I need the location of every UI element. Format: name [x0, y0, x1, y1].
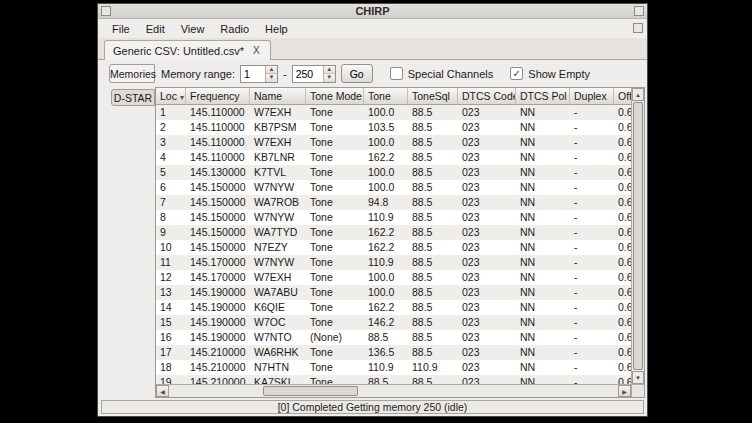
cell-tone-mode[interactable]: Tone [306, 375, 364, 384]
vertical-scroll-track[interactable] [632, 101, 644, 371]
cell-duplex[interactable]: - [570, 180, 614, 195]
cell-loc[interactable]: 1 [156, 105, 186, 120]
cell-name[interactable]: W7EXH [250, 135, 306, 150]
cell-offset[interactable]: 0.60 [614, 180, 631, 195]
cell-loc[interactable]: 12 [156, 270, 186, 285]
cell-frequency[interactable]: 145.170000 [186, 255, 250, 270]
cell-dtcs-code[interactable]: 023 [458, 360, 516, 375]
table-row[interactable]: 9 145.150000 WA7TYD Tone 162.2 88.5 023 … [156, 225, 631, 240]
cell-tonesql[interactable]: 110.9 [408, 360, 458, 375]
cell-dtcs-code[interactable]: 023 [458, 300, 516, 315]
cell-name[interactable]: K6QIE [250, 300, 306, 315]
cell-dtcs-code[interactable]: 023 [458, 180, 516, 195]
col-header-dtcs-pol[interactable]: DTCS Pol [516, 88, 570, 105]
menu-item[interactable]: Help [257, 21, 296, 37]
cell-tone-mode[interactable]: Tone [306, 240, 364, 255]
cell-tone[interactable]: 110.9 [364, 210, 408, 225]
cell-duplex[interactable]: - [570, 315, 614, 330]
cell-loc[interactable]: 2 [156, 120, 186, 135]
table-row[interactable]: 5 145.130000 K7TVL Tone 100.0 88.5 023 N… [156, 165, 631, 180]
cell-duplex[interactable]: - [570, 150, 614, 165]
cell-frequency[interactable]: 145.150000 [186, 195, 250, 210]
horizontal-scrollbar[interactable]: ◀ ▶ [156, 385, 631, 397]
cell-dtcs-code[interactable]: 023 [458, 270, 516, 285]
range-end-input[interactable] [293, 66, 323, 82]
cell-tone[interactable]: 110.9 [364, 255, 408, 270]
vertical-scroll-thumb[interactable] [633, 102, 643, 370]
cell-name[interactable]: KB7PSM [250, 120, 306, 135]
cell-name[interactable]: K7TVL [250, 165, 306, 180]
table-row[interactable]: 13 145.190000 WA7ABU Tone 100.0 88.5 023… [156, 285, 631, 300]
col-header-tone[interactable]: Tone [364, 88, 408, 105]
cell-tone-mode[interactable]: Tone [306, 360, 364, 375]
cell-duplex[interactable]: - [570, 135, 614, 150]
cell-loc[interactable]: 9 [156, 225, 186, 240]
cell-dtcs-pol[interactable]: NN [516, 105, 570, 120]
cell-dtcs-pol[interactable]: NN [516, 285, 570, 300]
cell-tone[interactable]: 162.2 [364, 240, 408, 255]
cell-name[interactable]: W7NYW [250, 255, 306, 270]
cell-tone-mode[interactable]: Tone [306, 180, 364, 195]
cell-frequency[interactable]: 145.190000 [186, 300, 250, 315]
cell-duplex[interactable]: - [570, 240, 614, 255]
horizontal-scroll-thumb[interactable] [263, 386, 357, 396]
spinner-down-button[interactable]: ▼ [266, 73, 277, 82]
cell-loc[interactable]: 14 [156, 300, 186, 315]
table-row[interactable]: 17 145.210000 WA6RHK Tone 136.5 88.5 023… [156, 345, 631, 360]
cell-tone-mode[interactable]: Tone [306, 255, 364, 270]
cell-offset[interactable]: 0.60 [614, 240, 631, 255]
cell-loc[interactable]: 6 [156, 180, 186, 195]
vertical-scrollbar[interactable]: ▲ ▼ [631, 88, 644, 384]
cell-dtcs-code[interactable]: 023 [458, 255, 516, 270]
cell-tone[interactable]: 94.8 [364, 195, 408, 210]
cell-dtcs-pol[interactable]: NN [516, 330, 570, 345]
cell-tonesql[interactable]: 88.5 [408, 225, 458, 240]
cell-dtcs-pol[interactable]: NN [516, 195, 570, 210]
cell-name[interactable]: WA7ROB [250, 195, 306, 210]
cell-name[interactable]: W7NYW [250, 180, 306, 195]
table-row[interactable]: 12 145.170000 W7EXH Tone 100.0 88.5 023 … [156, 270, 631, 285]
cell-frequency[interactable]: 145.150000 [186, 225, 250, 240]
cell-offset[interactable]: 0.60 [614, 375, 631, 384]
col-header-tonesql[interactable]: ToneSql [408, 88, 458, 105]
table-row[interactable]: 18 145.210000 N7HTN Tone 110.9 110.9 023… [156, 360, 631, 375]
cell-tonesql[interactable]: 88.5 [408, 345, 458, 360]
special-channels-checkbox[interactable]: Special Channels [390, 67, 494, 80]
cell-loc[interactable]: 16 [156, 330, 186, 345]
cell-tone[interactable]: 110.9 [364, 360, 408, 375]
col-header-offset[interactable]: Off [614, 88, 631, 105]
cell-tonesql[interactable]: 88.5 [408, 330, 458, 345]
menu-item[interactable]: Edit [138, 21, 173, 37]
cell-dtcs-pol[interactable]: NN [516, 150, 570, 165]
cell-frequency[interactable]: 145.150000 [186, 180, 250, 195]
cell-dtcs-code[interactable]: 023 [458, 210, 516, 225]
cell-frequency[interactable]: 145.190000 [186, 315, 250, 330]
cell-duplex[interactable]: - [570, 120, 614, 135]
cell-tone[interactable]: 146.2 [364, 315, 408, 330]
cell-name[interactable]: W7NTO [250, 330, 306, 345]
cell-tone[interactable]: 136.5 [364, 345, 408, 360]
cell-tone-mode[interactable]: Tone [306, 195, 364, 210]
cell-dtcs-code[interactable]: 023 [458, 315, 516, 330]
cell-loc[interactable]: 15 [156, 315, 186, 330]
cell-offset[interactable]: 0.60 [614, 330, 631, 345]
cell-offset[interactable]: 0.60 [614, 195, 631, 210]
cell-name[interactable]: KA7SKL [250, 375, 306, 384]
scroll-left-button[interactable]: ◀ [156, 385, 169, 397]
cell-offset[interactable]: 0.60 [614, 135, 631, 150]
horizontal-scroll-track[interactable] [169, 385, 618, 397]
tab-dstar[interactable]: D-STAR [111, 89, 155, 106]
tab-memories[interactable]: Memories [109, 64, 155, 83]
cell-name[interactable]: W7NYW [250, 210, 306, 225]
cell-offset[interactable]: 0.60 [614, 210, 631, 225]
cell-dtcs-code[interactable]: 023 [458, 240, 516, 255]
table-row[interactable]: 1 145.110000 W7EXH Tone 100.0 88.5 023 N… [156, 105, 631, 120]
cell-dtcs-code[interactable]: 023 [458, 345, 516, 360]
cell-tonesql[interactable]: 88.5 [408, 150, 458, 165]
cell-tonesql[interactable]: 88.5 [408, 120, 458, 135]
menu-item[interactable]: File [104, 21, 138, 37]
cell-offset[interactable]: 0.60 [614, 225, 631, 240]
cell-dtcs-pol[interactable]: NN [516, 120, 570, 135]
cell-frequency[interactable]: 145.110000 [186, 150, 250, 165]
cell-tonesql[interactable]: 88.5 [408, 315, 458, 330]
